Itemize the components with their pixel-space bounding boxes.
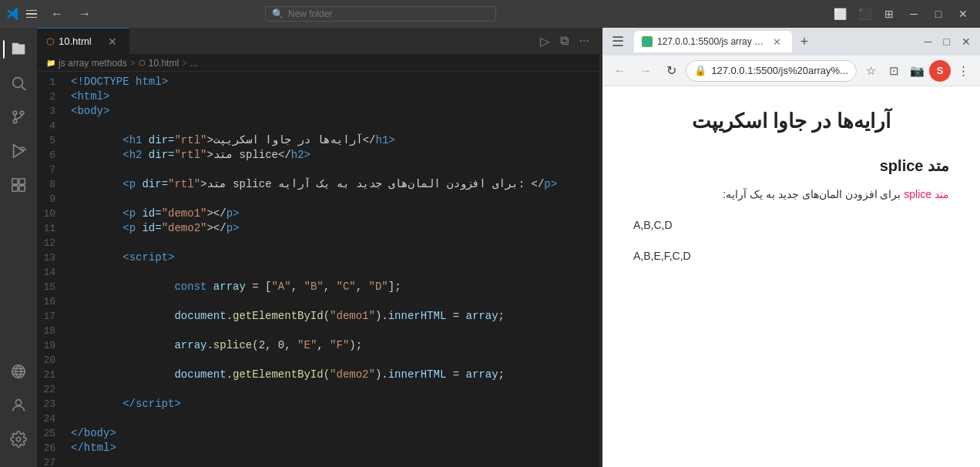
browser-refresh-button[interactable]: ↻ xyxy=(660,59,683,82)
browser-new-tab-button[interactable]: + xyxy=(794,32,814,52)
activity-item-account[interactable] xyxy=(3,390,34,421)
line-number: 22 xyxy=(37,382,68,397)
line-content[interactable]: <!DOCTYPE html> xyxy=(68,75,599,89)
tab-close-button[interactable]: ✕ xyxy=(106,35,119,49)
line-content[interactable] xyxy=(68,192,599,207)
tab-10html[interactable]: ⬡ 10.html ✕ xyxy=(37,28,129,54)
breadcrumb-project[interactable]: js array methods xyxy=(59,58,127,69)
code-line: 8 <p dir="rtl">متد splice برای افزودن ال… xyxy=(37,177,599,192)
line-content[interactable] xyxy=(68,382,599,397)
line-content[interactable]: </html> xyxy=(68,441,599,455)
svg-rect-14 xyxy=(19,186,25,191)
activity-item-source-control[interactable] xyxy=(3,102,34,133)
code-editor[interactable]: 1<!DOCTYPE html>2<html>3<body>4 5 <h1 di… xyxy=(37,72,599,467)
title-bar-actions: ⬜ ⬛ ⊞ ─ □ ✕ xyxy=(829,3,974,25)
line-number: 27 xyxy=(37,455,68,467)
browser-title-bar: ☰ 🌐 127.0.0.1:5500/js array metho... ✕ +… xyxy=(602,28,980,55)
line-content[interactable]: <p dir="rtl">متد splice برای افزودن الما… xyxy=(68,177,599,192)
browser-forward-button[interactable]: → xyxy=(634,59,656,82)
layout-button-1[interactable]: ⬜ xyxy=(829,3,851,25)
line-content[interactable] xyxy=(68,163,599,177)
browser-bookmark-button[interactable]: ☆ xyxy=(860,60,881,82)
activity-item-settings[interactable] xyxy=(3,424,34,455)
page-description: متد splice برای افزودن المان‌های جدید به… xyxy=(633,186,949,204)
browser-translate-button[interactable]: ⊡ xyxy=(883,60,904,82)
line-content[interactable]: </script> xyxy=(68,397,599,412)
browser-tab-active[interactable]: 🌐 127.0.0.1:5500/js array metho... ✕ xyxy=(634,31,792,52)
browser-close-button[interactable]: ✕ xyxy=(957,33,975,50)
line-content[interactable]: document.getElementById("demo1").innerHT… xyxy=(68,309,599,324)
line-content[interactable] xyxy=(68,455,599,467)
secure-icon: 🔒 xyxy=(694,65,706,76)
folder-icon: 📁 xyxy=(46,59,55,67)
line-content[interactable] xyxy=(68,353,599,368)
back-button[interactable]: ← xyxy=(46,5,68,22)
browser-screenshot-button[interactable]: 📷 xyxy=(906,60,928,82)
more-actions-button[interactable]: ··· xyxy=(576,32,593,50)
line-number: 5 xyxy=(37,133,68,148)
line-content[interactable] xyxy=(68,119,599,133)
code-line: 21 document.getElementById("demo2").inne… xyxy=(37,368,599,382)
activity-item-remote[interactable] xyxy=(3,356,34,387)
split-editor-button[interactable]: ⧉ xyxy=(556,32,572,50)
line-content[interactable]: </body> xyxy=(68,426,599,441)
line-content[interactable] xyxy=(68,265,599,280)
browser-profile-button[interactable]: S xyxy=(929,60,951,82)
search-input[interactable] xyxy=(288,8,489,19)
line-content[interactable] xyxy=(68,412,599,426)
html-file-icon: ⬡ xyxy=(46,36,54,47)
address-bar[interactable]: 🔒 127.0.0.1:5500/js%20array%... xyxy=(686,60,857,82)
breadcrumb-more[interactable]: ... xyxy=(190,58,198,69)
line-content[interactable]: <p id="demo2"></p> xyxy=(68,221,599,236)
tab-bar: ⬡ 10.html ✕ ▷ ⧉ ··· xyxy=(37,28,599,55)
svg-point-7 xyxy=(13,119,17,123)
layout-button-2[interactable]: ⬛ xyxy=(854,3,875,25)
line-content[interactable]: <script> xyxy=(68,250,599,265)
file-icon: ⬡ xyxy=(139,59,146,67)
browser-more-button[interactable]: ⋮ xyxy=(952,60,974,82)
demo1-output: A,B,C,D xyxy=(633,217,949,235)
code-line: 5 <h1 dir="rtl">آرایه‌ها در جاوا اسکریپت… xyxy=(37,133,599,148)
line-content[interactable]: <body> xyxy=(68,104,599,119)
line-number: 9 xyxy=(37,192,68,207)
line-content[interactable]: document.getElementById("demo2").innerHT… xyxy=(68,368,599,382)
line-content[interactable] xyxy=(68,324,599,338)
line-content[interactable] xyxy=(68,294,599,309)
line-content[interactable]: <p id="demo1"></p> xyxy=(68,207,599,221)
tab-label: 10.html xyxy=(59,35,92,47)
line-number: 7 xyxy=(37,163,68,177)
description-text: برای افزودن المان‌های جدید به یک آرایه: xyxy=(723,188,901,200)
line-content[interactable] xyxy=(68,236,599,250)
line-content[interactable]: const array = ["A", "B", "C", "D"]; xyxy=(68,280,599,294)
activity-item-run[interactable] xyxy=(3,136,34,166)
line-number: 13 xyxy=(37,250,68,265)
search-bar[interactable]: 🔍 xyxy=(265,6,496,22)
browser-back-button[interactable]: ← xyxy=(609,59,631,82)
hamburger-icon[interactable] xyxy=(26,7,40,21)
browser-minimize-button[interactable]: ─ xyxy=(920,33,937,50)
browser-maximize-button[interactable]: □ xyxy=(939,33,955,50)
code-line: 2<html> xyxy=(37,89,599,104)
maximize-button[interactable]: □ xyxy=(928,3,949,25)
minimize-button[interactable]: ─ xyxy=(903,3,925,25)
browser-sidebar-button[interactable]: ☰ xyxy=(607,32,629,52)
layout-button-3[interactable]: ⊞ xyxy=(878,3,900,25)
line-content[interactable]: <h2 dir="rtl">متد splice</h2> xyxy=(68,148,599,163)
activity-item-extensions[interactable] xyxy=(3,170,34,200)
line-content[interactable]: <h1 dir="rtl">آرایه‌ها در جاوا اسکریپت</… xyxy=(68,133,599,148)
title-bar: ← → 🔍 ⬜ ⬛ ⊞ ─ □ ✕ xyxy=(0,0,980,28)
code-line: 11 <p id="demo2"></p> xyxy=(37,221,599,236)
activity-item-explorer[interactable] xyxy=(3,34,34,65)
svg-line-4 xyxy=(22,86,25,90)
line-number: 20 xyxy=(37,353,68,368)
line-number: 16 xyxy=(37,294,68,309)
forward-button[interactable]: → xyxy=(74,5,96,22)
line-content[interactable]: <html> xyxy=(68,89,599,104)
line-content[interactable]: array.splice(2, 0, "E", "F"); xyxy=(68,338,599,353)
breadcrumb-file[interactable]: 10.html xyxy=(149,58,179,69)
browser-tab-close-button[interactable]: ✕ xyxy=(770,35,784,49)
breadcrumb-sep-1: > xyxy=(130,58,136,69)
close-button[interactable]: ✕ xyxy=(952,3,974,25)
activity-item-search[interactable] xyxy=(3,68,34,99)
run-file-button[interactable]: ▷ xyxy=(536,32,553,51)
